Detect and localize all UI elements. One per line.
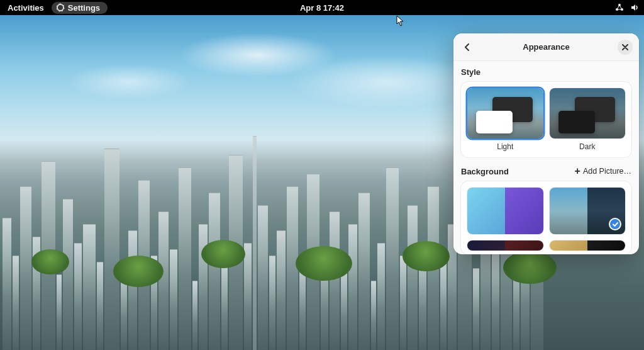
background-option[interactable] [467, 240, 543, 251]
panel-title: Appearance [523, 42, 569, 52]
style-option-dark[interactable] [550, 88, 626, 138]
appearance-panel: Appearance Style Light [453, 33, 639, 254]
close-button[interactable] [618, 40, 633, 55]
panel-header: Appearance [453, 33, 639, 61]
add-picture-button[interactable]: + Add Picture… [575, 166, 631, 176]
style-label-dark: Dark [550, 142, 626, 151]
style-option-light[interactable] [467, 88, 543, 138]
background-option[interactable] [550, 188, 626, 234]
chevron-left-icon [464, 43, 471, 51]
style-heading: Style [461, 67, 631, 77]
settings-app-indicator[interactable]: Settings [52, 2, 108, 14]
close-icon [622, 44, 628, 50]
settings-app-label: Settings [68, 3, 100, 13]
top-bar: Activities Settings Apr 8 17:42 [0, 0, 644, 15]
volume-icon[interactable] [630, 3, 639, 12]
network-icon[interactable] [615, 3, 624, 12]
style-label-light: Light [467, 142, 543, 151]
add-picture-label: Add Picture… [583, 167, 631, 176]
back-button[interactable] [458, 38, 476, 56]
background-option[interactable] [467, 188, 543, 234]
background-card [461, 181, 631, 254]
activities-button[interactable]: Activities [5, 2, 47, 14]
style-card: Light Dark [461, 82, 631, 157]
plus-icon: + [575, 166, 580, 176]
gear-icon [57, 4, 64, 11]
background-heading: Background [461, 167, 509, 176]
clock[interactable]: Apr 8 17:42 [300, 3, 344, 13]
selected-check-icon [609, 218, 621, 230]
background-option[interactable] [550, 240, 626, 251]
